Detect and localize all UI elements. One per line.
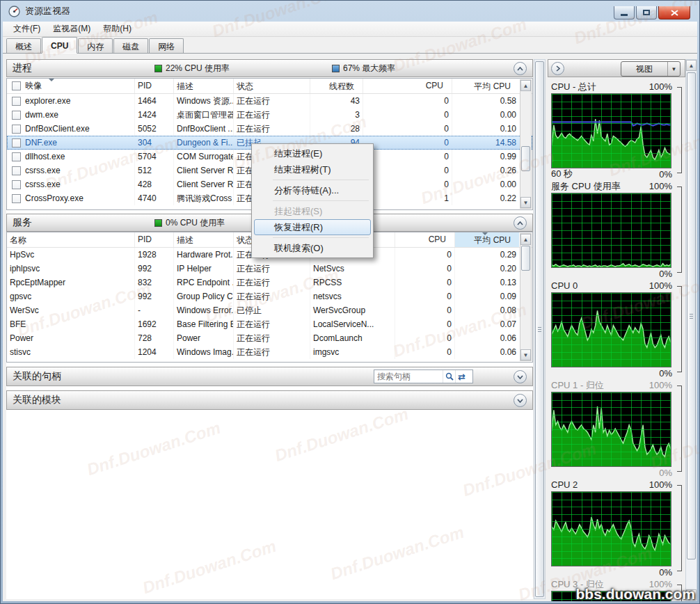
- scroll-up-button[interactable]: ▲: [520, 234, 531, 245]
- process-image-cell: dllhost.exe: [7, 150, 134, 164]
- tab-网络[interactable]: 网络: [149, 38, 184, 53]
- services-collapse-button[interactable]: [514, 216, 527, 230]
- cell-desc: RPC Endpoint ...: [173, 276, 233, 289]
- table-row[interactable]: Power728Power正在运行DcomLaunch00.06: [7, 331, 532, 345]
- scrollbar-thumb[interactable]: [687, 72, 696, 559]
- column-header-5[interactable]: CPU: [395, 232, 454, 247]
- column-header-5[interactable]: CPU: [363, 79, 452, 93]
- modules-expand-button[interactable]: [514, 394, 527, 407]
- handles-section-header[interactable]: 关联的句柄 ⇄: [6, 367, 533, 386]
- processes-scrollbar[interactable]: ▲ ▼: [520, 79, 532, 209]
- column-header-4[interactable]: 线程数: [310, 79, 363, 93]
- row-checkbox[interactable]: [12, 138, 21, 148]
- scrollbar-thumb[interactable]: [535, 61, 544, 597]
- menu-item-1[interactable]: 监视器(M): [47, 22, 97, 36]
- cell-pid: 512: [134, 164, 173, 177]
- cell-avg: 0.07: [454, 317, 519, 331]
- table-row[interactable]: explorer.exe1464Windows 资源...正在运行4300.58: [7, 94, 532, 108]
- table-row[interactable]: RpcEptMapper832RPC Endpoint ...正在运行RPCSS…: [7, 276, 532, 289]
- process-image-name: DNF.exe: [25, 136, 57, 150]
- tab-CPU[interactable]: CPU: [42, 37, 77, 54]
- process-image-cell: csrss.exe: [7, 177, 134, 191]
- table-row[interactable]: gpsvc992Group Policy C...正在运行netsvcs00.0…: [7, 289, 532, 303]
- row-checkbox[interactable]: [12, 194, 21, 203]
- tab-内存[interactable]: 内存: [78, 38, 113, 53]
- menu-item-2[interactable]: 帮助(H): [97, 22, 138, 36]
- panel-collapse-button[interactable]: [551, 62, 564, 75]
- row-checkbox[interactable]: [12, 125, 21, 134]
- context-menu-item[interactable]: 联机搜索(O): [254, 240, 371, 256]
- process-image-name: dwm.exe: [25, 108, 58, 122]
- context-menu-item[interactable]: 结束进程树(T): [254, 161, 371, 177]
- table-row[interactable]: DnfBoxClient.exe5052DnfBoxClient ...正在运行…: [7, 122, 532, 136]
- context-menu-item[interactable]: 结束进程(E): [254, 145, 371, 161]
- row-checkbox[interactable]: [12, 166, 21, 175]
- close-icon: [671, 10, 678, 16]
- cell-cpu: 1: [363, 191, 452, 205]
- tab-概述[interactable]: 概述: [6, 38, 41, 53]
- column-header-1[interactable]: PID: [134, 232, 173, 247]
- table-row[interactable]: dwm.exe1424桌面窗口管理器正在运行300.00: [7, 108, 532, 122]
- graph-plot-area: [551, 93, 671, 168]
- tab-磁盘[interactable]: 磁盘: [113, 38, 148, 53]
- cell-threads: 43: [310, 94, 363, 108]
- row-checkbox[interactable]: [12, 111, 21, 120]
- modules-section-header[interactable]: 关联的模块: [6, 390, 533, 410]
- column-header-2[interactable]: 描述: [173, 79, 233, 93]
- handles-expand-button[interactable]: [514, 370, 527, 383]
- context-menu-item[interactable]: 恢复进程(R): [254, 219, 371, 235]
- minimize-button[interactable]: [614, 6, 635, 19]
- cell-pid: 728: [134, 331, 173, 345]
- cpu-graph-2: CPU 0100%0%: [550, 279, 683, 379]
- process-image-name: explorer.exe: [25, 94, 70, 108]
- handle-search-input[interactable]: [374, 371, 443, 382]
- graph-scale-bracket: [677, 286, 682, 372]
- cell-pid: 4740: [134, 191, 173, 205]
- right-panel-scrollbar[interactable]: ▲ ▼: [685, 59, 697, 601]
- cell-pid: 428: [134, 177, 173, 191]
- processes-section-header[interactable]: 进程 22% CPU 使用率 67% 最大频率: [6, 59, 533, 77]
- graph-max-label: 100%: [649, 181, 672, 191]
- graph-grid: [552, 94, 671, 168]
- column-header-1[interactable]: PID: [134, 79, 173, 93]
- column-header-0[interactable]: 映像: [7, 79, 134, 93]
- row-checkbox[interactable]: [12, 152, 21, 161]
- refresh-search-icon[interactable]: ⇄: [455, 370, 468, 383]
- handle-search-box: ⇄: [374, 369, 473, 383]
- scrollbar-thumb[interactable]: [521, 246, 530, 271]
- table-row[interactable]: stisvc1204Windows Imag...正在运行imgsvc00.06: [7, 345, 532, 359]
- views-dropdown-arrow-icon[interactable]: ▼: [667, 62, 680, 76]
- cell-cpu: 0: [395, 248, 454, 262]
- column-header-0[interactable]: 名称: [7, 232, 134, 247]
- views-button[interactable]: 视图 ▼: [621, 61, 681, 77]
- select-all-checkbox[interactable]: [12, 81, 21, 90]
- cell-status: 正在运行: [233, 262, 310, 276]
- column-header-6[interactable]: 平均 CPU: [454, 232, 519, 247]
- scroll-up-button[interactable]: ▲: [686, 60, 697, 71]
- column-header-6[interactable]: 平均 CPU: [452, 79, 519, 93]
- table-row[interactable]: BFE1692Base Filtering E...正在运行LocalServi…: [7, 317, 532, 331]
- cell-cpu: 0: [395, 303, 454, 317]
- cell-desc: Client Server R...: [173, 164, 233, 177]
- column-header-3[interactable]: 状态: [233, 79, 310, 93]
- scrollbar-thumb[interactable]: [521, 146, 530, 171]
- scroll-down-button[interactable]: ▼: [520, 349, 531, 360]
- column-header-2[interactable]: 描述: [173, 232, 233, 247]
- cell-cpu: 0: [363, 94, 452, 108]
- context-menu-item[interactable]: 分析等待链(A)...: [254, 182, 371, 198]
- maximize-button[interactable]: [636, 6, 657, 19]
- menu-item-0[interactable]: 文件(F): [7, 22, 47, 36]
- table-row[interactable]: iphlpsvc992IP Helper正在运行NetSvcs00.20: [7, 262, 532, 276]
- cell-group: netsvcs: [310, 289, 395, 303]
- row-checkbox[interactable]: [12, 180, 21, 189]
- services-title: 服务: [13, 216, 32, 229]
- processes-collapse-button[interactable]: [514, 62, 527, 75]
- minimize-icon: [621, 14, 628, 16]
- close-button[interactable]: [658, 6, 690, 19]
- table-row[interactable]: WerSvc-Windows Error...已停止WerSvcGroup00.…: [7, 303, 532, 317]
- scroll-down-button[interactable]: ▼: [520, 197, 531, 208]
- services-scrollbar[interactable]: ▲ ▼: [520, 233, 532, 361]
- row-checkbox[interactable]: [12, 97, 21, 106]
- scroll-up-button[interactable]: ▲: [520, 80, 531, 91]
- left-pane-scrollbar[interactable]: [534, 59, 546, 599]
